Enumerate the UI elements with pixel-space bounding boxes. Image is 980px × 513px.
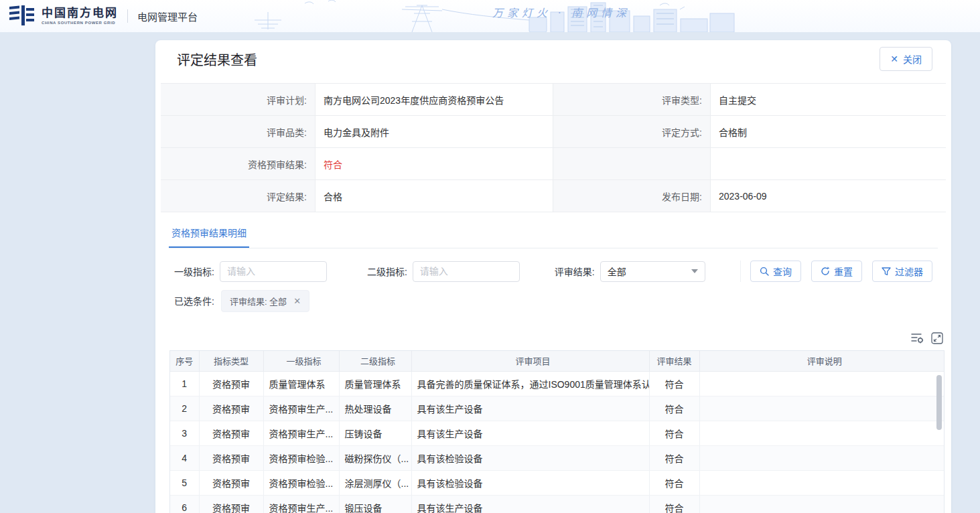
- selected-conditions-row: 已选条件: 评审结果: 全部 ✕: [174, 291, 932, 311]
- logo: 中国南方电网 CHINA SOUTHERN POWER GRID: [9, 5, 118, 27]
- table-cell: 2: [170, 396, 199, 421]
- search-button-label: 查询: [773, 265, 792, 278]
- csg-logo-icon: [9, 5, 36, 27]
- table-cell: [699, 421, 944, 445]
- field-value-review-plan: 南方电网公司2023年度供应商资格预审公告: [316, 84, 553, 115]
- results-table-body: 1资格预审质量管理体系质量管理体系具备完善的质量保证体系，通过ISO9001质量…: [170, 371, 944, 513]
- table-cell: [699, 371, 944, 396]
- level2-indicator-label: 二级指标:: [367, 265, 407, 278]
- table-cell: 涂层测厚仪（...: [339, 470, 411, 495]
- review-info-grid: 评审计划: 南方电网公司2023年度供应商资格预审公告 评审类型: 自主提交 评…: [161, 83, 946, 212]
- table-tools: [155, 332, 943, 344]
- field-label-assess-result: 评定结果:: [161, 180, 316, 212]
- table-row[interactable]: 2资格预审资格预审生产...热处理设备具有该生产设备符合: [170, 396, 944, 421]
- table-cell: 符合: [649, 396, 699, 421]
- reset-button-label: 重置: [834, 265, 853, 278]
- table-cell: 资格预审: [199, 495, 263, 513]
- table-cell: 资格预审检验...: [263, 445, 339, 470]
- column-header: 评审结果: [649, 351, 699, 371]
- table-cell: 资格预审: [199, 445, 263, 470]
- table-cell: 具有该生产设备: [411, 396, 649, 421]
- column-header: 序号: [170, 351, 199, 371]
- selected-condition-text: 评审结果: 全部: [230, 295, 287, 307]
- table-cell: 质量管理体系: [263, 371, 339, 396]
- table-row[interactable]: 3资格预审资格预审生产...压铸设备具有该生产设备符合: [170, 421, 944, 445]
- field-value-assess-result: 合格: [316, 180, 553, 212]
- close-icon: ✕: [890, 54, 898, 64]
- column-header: 一级指标: [263, 351, 339, 371]
- field-label-empty: [553, 148, 711, 179]
- table-cell: 资格预审: [199, 421, 263, 445]
- field-value-assess-method: 合格制: [711, 116, 946, 147]
- field-value-empty: [711, 148, 946, 179]
- table-row[interactable]: 4资格预审资格预审检验...磁粉探伤仪（...具有该检验设备符合: [170, 445, 944, 470]
- column-header: 评审项目: [411, 351, 649, 371]
- table-cell: 具有该生产设备: [411, 495, 649, 513]
- field-label-review-category: 评审品类:: [161, 116, 316, 147]
- table-cell: 资格预审生产...: [263, 396, 339, 421]
- table-cell: 质量管理体系: [339, 371, 411, 396]
- table-cell: 符合: [649, 371, 699, 396]
- field-value-review-category: 电力金具及附件: [316, 116, 553, 147]
- table-cell: 6: [170, 495, 199, 513]
- reset-button[interactable]: 重置: [811, 261, 862, 282]
- table-cell: 3: [170, 421, 199, 445]
- info-row: 资格预审结果: 符合: [161, 148, 946, 180]
- table-cell: 符合: [649, 445, 699, 470]
- column-header: 评审说明: [699, 351, 944, 371]
- logo-text-en: CHINA SOUTHERN POWER GRID: [42, 21, 118, 25]
- table-cell: 1: [170, 371, 199, 396]
- tab-prequal-result-detail[interactable]: 资格预审结果明细: [169, 222, 249, 248]
- field-label-prequal-result: 资格预审结果:: [161, 148, 316, 179]
- results-table-wrap: 序号指标类型一级指标二级指标评审项目评审结果评审说明 1资格预审质量管理体系质量…: [169, 350, 944, 513]
- field-label-review-plan: 评审计划:: [161, 84, 316, 115]
- table-cell: 热处理设备: [339, 396, 411, 421]
- close-button-label: 关闭: [903, 52, 922, 66]
- table-cell: 具备完善的质量保证体系，通过ISO9001质量管理体系认证...: [411, 371, 649, 396]
- results-table-header-row: 序号指标类型一级指标二级指标评审项目评审结果评审说明: [170, 351, 944, 371]
- table-cell: 压铸设备: [339, 421, 411, 445]
- level1-indicator-label: 一级指标:: [174, 265, 214, 278]
- table-scrollbar-thumb[interactable]: [936, 375, 942, 430]
- remove-condition-icon[interactable]: ✕: [293, 297, 301, 305]
- field-value-publish-date: 2023-06-09: [711, 180, 946, 212]
- table-cell: 5: [170, 470, 199, 495]
- close-button[interactable]: ✕ 关闭: [880, 47, 932, 71]
- field-value-prequal-result: 符合: [316, 148, 553, 179]
- fullscreen-icon[interactable]: [931, 332, 943, 344]
- chevron-down-icon: [691, 269, 698, 273]
- table-row[interactable]: 5资格预审资格预审检验...涂层测厚仪（...具有该检验设备符合: [170, 470, 944, 495]
- selected-conditions-label: 已选条件:: [174, 294, 214, 307]
- page-title: 评定结果查看: [177, 50, 257, 69]
- level1-indicator-input[interactable]: [220, 261, 327, 282]
- field-value-review-type: 自主提交: [711, 84, 946, 115]
- review-result-selected-value: 全部: [608, 265, 626, 278]
- level2-indicator-input[interactable]: [413, 261, 520, 282]
- info-row: 评审品类: 电力金具及附件 评定方式: 合格制: [161, 116, 946, 148]
- table-cell: 具有该生产设备: [411, 421, 649, 445]
- review-result-label: 评审结果:: [555, 265, 595, 278]
- results-table: 序号指标类型一级指标二级指标评审项目评审结果评审说明 1资格预审质量管理体系质量…: [170, 351, 944, 513]
- table-cell: 符合: [649, 470, 699, 495]
- funnel-icon: [882, 267, 891, 276]
- table-cell: [699, 445, 944, 470]
- table-row[interactable]: 6资格预审资格预审生产...锻压设备具有该生产设备符合: [170, 495, 944, 513]
- result-view-panel: 评定结果查看 ✕ 关闭 评审计划: 南方电网公司2023年度供应商资格预审公告 …: [155, 40, 951, 513]
- table-cell: 具有该检验设备: [411, 470, 649, 495]
- table-cell: 锻压设备: [339, 495, 411, 513]
- column-header: 二级指标: [339, 351, 411, 371]
- table-cell: 符合: [649, 495, 699, 513]
- search-button[interactable]: 查询: [750, 261, 801, 282]
- filter-button[interactable]: 过滤器: [872, 261, 932, 282]
- column-settings-icon[interactable]: [911, 332, 924, 344]
- table-cell: 4: [170, 445, 199, 470]
- review-result-select[interactable]: 全部: [600, 261, 705, 282]
- header-divider: [127, 9, 128, 23]
- table-cell: 资格预审生产...: [263, 495, 339, 513]
- table-cell: 具有该检验设备: [411, 445, 649, 470]
- table-cell: [699, 396, 944, 421]
- table-row[interactable]: 1资格预审质量管理体系质量管理体系具备完善的质量保证体系，通过ISO9001质量…: [170, 371, 944, 396]
- search-icon: [760, 267, 769, 276]
- table-cell: 资格预审: [199, 470, 263, 495]
- info-row: 评定结果: 合格 发布日期: 2023-06-09: [161, 180, 946, 212]
